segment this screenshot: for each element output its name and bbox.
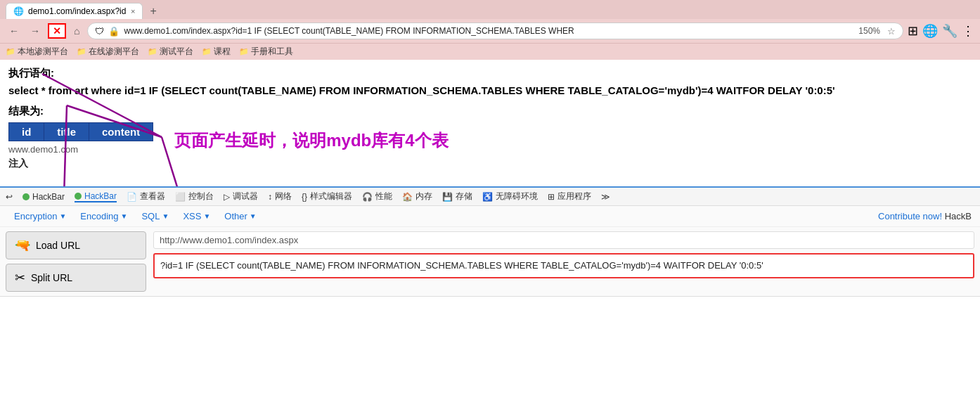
active-tab[interactable]: 🌐 demo1.com/index.aspx?id=1 × <box>6 3 143 19</box>
page-content: 执行语句: select * from art where id=1 IF (S… <box>0 60 980 186</box>
devtools-inspector[interactable]: 📄 查看器 <box>127 191 165 202</box>
application-label: 应用程序 <box>557 191 591 202</box>
security-icon: 🛡 <box>95 26 104 37</box>
sql-label: SQL <box>141 211 160 221</box>
debugger-label: 调试器 <box>233 191 258 202</box>
hackbar-menu: Encryption ▼ Encoding ▼ SQL ▼ XSS ▼ Othe… <box>0 206 980 227</box>
stop-button[interactable]: ✕ <box>48 23 66 39</box>
bookmark-label: 课程 <box>214 46 231 58</box>
other-arrow-icon: ▼ <box>250 212 257 220</box>
result-table: id title content <box>8 122 153 141</box>
memory-icon: 🏠 <box>402 192 413 202</box>
split-url-button[interactable]: ✂ Split URL <box>6 264 146 292</box>
contribute-text: Contribute now! <box>878 211 942 221</box>
hackbar-payload-url[interactable]: ?id=1 IF (SELECT count(TABLE_NAME) FROM … <box>153 253 974 278</box>
annotation-text: 页面产生延时，说明mydb库有4个表 <box>174 129 448 152</box>
back-button[interactable]: ← <box>6 24 22 38</box>
debugger-icon: ▷ <box>224 192 230 202</box>
more-icon: ≫ <box>601 192 610 202</box>
encryption-label: Encryption <box>14 211 57 221</box>
performance-icon: 🎧 <box>362 192 373 202</box>
tab-bar: 🌐 demo1.com/index.aspx?id=1 × + <box>0 0 980 19</box>
encoding-menu[interactable]: Encoding ▼ <box>75 209 133 224</box>
devtools-storage[interactable]: 💾 存储 <box>442 191 472 202</box>
devtools-hackbar2[interactable]: HackBar <box>75 191 117 202</box>
encryption-arrow-icon: ▼ <box>59 212 66 220</box>
exec-label: 执行语句: <box>8 67 972 80</box>
load-url-button[interactable]: 🔫 Load URL <box>6 231 146 259</box>
hackbar-url-area: http://www.demo1.com/index.aspx ?id=1 IF… <box>153 231 974 292</box>
hackbar-dot-icon <box>22 193 30 200</box>
split-url-icon: ✂ <box>15 270 25 285</box>
bookmarks-bar: 📁 本地渗测平台 📁 在线渗测平台 📁 测试平台 📁 课程 📁 手册和工具 <box>0 43 980 60</box>
contribute-link[interactable]: Contribute now! HackB <box>878 211 972 221</box>
devtools-debugger[interactable]: ▷ 调试器 <box>224 191 258 202</box>
extension-grid-icon: ⊞ <box>908 23 918 39</box>
load-url-label: Load URL <box>36 240 80 251</box>
col-id: id <box>9 122 44 141</box>
menu-button[interactable]: ⋮ <box>962 23 974 39</box>
result-area: id title content www.demo1.com 注入 页面产生延时… <box>8 122 972 170</box>
address-icon: 🔒 <box>108 26 120 37</box>
devtools-application[interactable]: ⊞ 应用程序 <box>548 191 591 202</box>
encryption-menu[interactable]: Encryption ▼ <box>8 209 72 224</box>
forward-button[interactable]: → <box>27 24 44 38</box>
devtools-memory[interactable]: 🏠 内存 <box>402 191 432 202</box>
xss-label: XSS <box>183 211 201 221</box>
extension-icon: 🔧 <box>942 23 958 39</box>
bookmark-folder-icon: 📁 <box>148 47 157 56</box>
devtools-console[interactable]: ⬜ 控制台 <box>175 191 214 202</box>
tab-favicon: 🌐 <box>13 6 24 16</box>
hackbar-base-url[interactable]: http://www.demo1.com/index.aspx <box>153 231 974 249</box>
encoding-label: Encoding <box>80 211 118 221</box>
xss-arrow-icon: ▼ <box>203 212 210 220</box>
load-url-icon: 🔫 <box>15 238 30 253</box>
performance-label: 性能 <box>375 191 392 202</box>
address-bar[interactable]: 🛡 🔒 www.demo1.com/index.aspx?id=1 IF (SE… <box>87 22 903 39</box>
application-icon: ⊞ <box>548 192 555 202</box>
other-menu[interactable]: Other ▼ <box>219 209 262 224</box>
col-content: content <box>89 122 153 141</box>
bookmark-course[interactable]: 📁 课程 <box>202 46 231 58</box>
storage-label: 存储 <box>456 191 472 202</box>
hackbar: Encryption ▼ Encoding ▼ SQL ▼ XSS ▼ Othe… <box>0 206 980 297</box>
xss-menu[interactable]: XSS ▼ <box>177 209 216 224</box>
result-label: 结果为: <box>8 105 972 118</box>
inspector-icon: 📄 <box>127 192 137 202</box>
network-label: 网络 <box>275 191 292 202</box>
input-label: 注入 <box>8 157 153 170</box>
hackbar1-label: HackBar <box>32 192 65 202</box>
devtools-more[interactable]: ≫ <box>601 192 610 202</box>
sql-menu[interactable]: SQL ▼ <box>136 209 174 224</box>
devtools-network[interactable]: ↕ 网络 <box>268 191 292 202</box>
bookmark-online[interactable]: 📁 在线渗测平台 <box>77 46 139 58</box>
devtools-performance[interactable]: 🎧 性能 <box>362 191 392 202</box>
bookmark-manual[interactable]: 📁 手册和工具 <box>239 46 293 58</box>
home-button[interactable]: ⌂ <box>70 24 83 38</box>
bookmark-folder-icon: 📁 <box>6 47 15 56</box>
accessibility-icon: ♿ <box>482 192 493 202</box>
hackbar-body: 🔫 Load URL ✂ Split URL http://www.demo1.… <box>0 227 980 296</box>
bookmark-icon[interactable]: ☆ <box>887 26 896 37</box>
bookmark-folder-icon: 📁 <box>202 47 212 56</box>
devtools-hackbar1[interactable]: HackBar <box>22 192 65 202</box>
console-label: 控制台 <box>188 191 214 202</box>
profile-icon: 🌐 <box>922 23 938 39</box>
sql-statement: select * from art where id=1 IF (SELECT … <box>8 83 972 99</box>
other-label: Other <box>224 211 247 221</box>
inspect-icon: ↩ <box>6 192 13 202</box>
devtools-style-editor[interactable]: {} 样式编辑器 <box>302 191 352 202</box>
navigation-bar: ← → ✕ ⌂ 🛡 🔒 www.demo1.com/index.aspx?id=… <box>0 19 980 43</box>
bookmark-local[interactable]: 📁 本地渗测平台 <box>6 46 68 58</box>
col-title: title <box>44 122 89 141</box>
hackbar2-label: HackBar <box>84 191 117 201</box>
hackbar-dot-icon <box>75 193 82 200</box>
devtools-inspect[interactable]: ↩ <box>6 192 13 202</box>
devtools-accessibility[interactable]: ♿ 无障碍环境 <box>482 191 538 202</box>
console-icon: ⬜ <box>175 192 186 202</box>
bookmark-test[interactable]: 📁 测试平台 <box>148 46 193 58</box>
tab-close-button[interactable]: × <box>131 7 135 15</box>
new-tab-button[interactable]: + <box>146 4 160 19</box>
bookmark-folder-icon: 📁 <box>239 47 249 56</box>
style-editor-label: 样式编辑器 <box>310 191 352 202</box>
